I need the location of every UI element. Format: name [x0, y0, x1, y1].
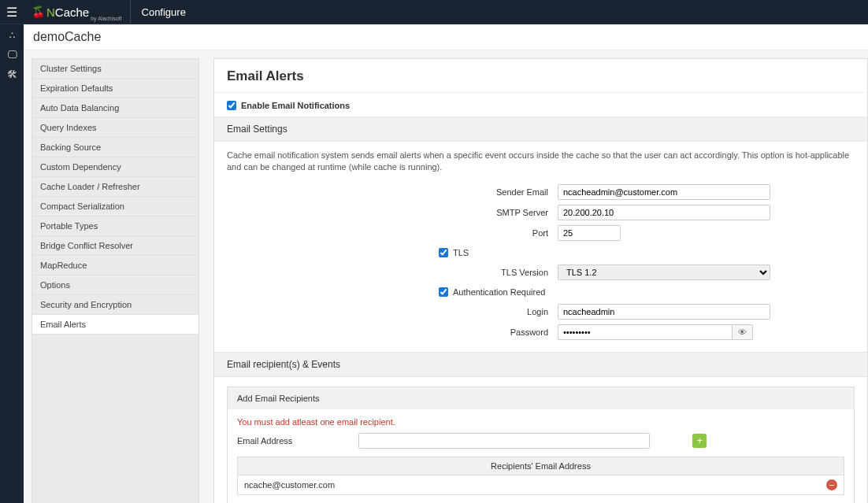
menu-icon[interactable]: ☰	[0, 5, 24, 20]
sidenav-item-bridge-conflict-resolver[interactable]: Bridge Conflict Resolver	[32, 236, 198, 256]
side-nav: Cluster SettingsExpiration DefaultsAuto …	[32, 58, 199, 503]
sitemap-icon[interactable]: ⛬	[7, 29, 17, 41]
tls-label: TLS	[453, 248, 469, 257]
add-recipient-button[interactable]: +	[692, 434, 707, 448]
monitor-icon[interactable]: 🖵	[7, 49, 17, 61]
sidenav-item-custom-dependency[interactable]: Custom Dependency	[32, 157, 198, 177]
eye-icon[interactable]: 👁	[733, 324, 753, 340]
sidenav-item-security-and-encryption[interactable]: Security and Encryption	[32, 295, 198, 315]
table-row: ncache@customer.com −	[238, 475, 844, 494]
port-input[interactable]	[558, 225, 621, 241]
tools-icon[interactable]: 🛠	[7, 68, 17, 80]
logo-pre: N	[46, 6, 55, 19]
sidenav-item-mapreduce[interactable]: MapReduce	[32, 256, 198, 276]
add-recipients-header: Add Email Recipients	[228, 387, 854, 409]
password-label: Password	[227, 327, 558, 337]
tls-version-label: TLS Version	[227, 268, 558, 277]
logo-sub: by Alachisoft	[91, 16, 121, 21]
sidenav-item-auto-data-balancing[interactable]: Auto Data Balancing	[32, 98, 198, 118]
tls-checkbox[interactable]	[439, 248, 448, 257]
panel-title: Email Alerts	[214, 59, 867, 93]
auth-required-checkbox[interactable]	[439, 287, 448, 297]
delete-recipient-button[interactable]: −	[826, 479, 837, 490]
password-input[interactable]	[558, 324, 733, 340]
login-label: Login	[227, 307, 558, 316]
configure-tab[interactable]: Configure	[131, 6, 197, 18]
sidenav-item-portable-types[interactable]: Portable Types	[32, 216, 198, 236]
smtp-server-label: SMTP Server	[227, 208, 558, 217]
add-recipients-box: Add Email Recipients You must add atleas…	[227, 386, 855, 503]
cherry-icon: 🍒	[32, 6, 45, 18]
enable-email-checkbox[interactable]	[227, 101, 236, 110]
breadcrumb: demoCache	[24, 24, 868, 50]
recipients-events-header: Email recipient(s) & Events	[214, 352, 867, 377]
sidenav-item-email-alerts[interactable]: Email Alerts	[32, 315, 198, 335]
recipient-warning: You must add atleast one email recipient…	[228, 409, 854, 433]
sidenav-item-query-indexes[interactable]: Query Indexes	[32, 118, 198, 138]
sidenav-item-cluster-settings[interactable]: Cluster Settings	[32, 59, 198, 79]
enable-email-label: Enable Email Notifications	[241, 101, 350, 110]
email-address-input[interactable]	[358, 433, 650, 449]
recipients-table-header: Recipients' Email Address	[238, 457, 844, 475]
smtp-server-input[interactable]	[558, 205, 770, 220]
sidenav-item-compact-serialization[interactable]: Compact Serialization	[32, 197, 198, 216]
sidenav-item-expiration-defaults[interactable]: Expiration Defaults	[32, 79, 198, 98]
login-input[interactable]	[558, 304, 770, 320]
email-settings-desc: Cache email notification system sends em…	[214, 142, 867, 182]
port-label: Port	[227, 228, 558, 238]
tls-version-select[interactable]: TLS 1.2	[558, 264, 770, 280]
sidenav-item-options[interactable]: Options	[32, 276, 198, 295]
sidenav-item-backing-source[interactable]: Backing Source	[32, 138, 198, 157]
sender-email-input[interactable]	[558, 184, 770, 200]
email-address-label: Email Address	[237, 436, 292, 446]
recipient-email: ncache@customer.com	[244, 480, 335, 490]
sender-email-label: Sender Email	[227, 187, 558, 197]
logo-rest: Cache	[55, 6, 89, 19]
logo: 🍒 NCache by Alachisoft	[24, 0, 131, 24]
sidenav-item-cache-loader-refresher[interactable]: Cache Loader / Refresher	[32, 177, 198, 197]
email-settings-header: Email Settings	[214, 117, 867, 142]
email-alerts-panel: Email Alerts Enable Email Notifications …	[213, 58, 868, 503]
auth-required-label: Authentication Required	[453, 287, 545, 297]
